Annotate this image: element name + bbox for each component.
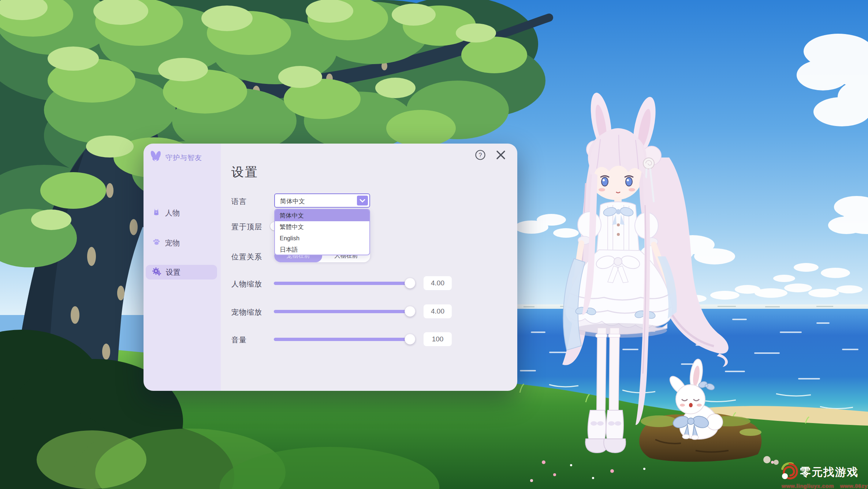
sidebar-item-pet[interactable]: 宠物 <box>144 235 221 251</box>
dropdown-option-japanese[interactable]: 日本語 <box>275 244 369 255</box>
bunny-logo-icon <box>149 150 163 166</box>
help-button[interactable]: ? <box>474 149 486 161</box>
character-scale-slider[interactable] <box>274 282 413 285</box>
question-mark-icon: ? <box>479 152 482 158</box>
language-select[interactable]: 简体中文 <box>274 193 370 208</box>
volume-label: 音量 <box>231 335 247 345</box>
volume-value[interactable]: 100 <box>424 332 452 346</box>
sidebar-item-label: 宠物 <box>165 238 180 248</box>
close-icon <box>495 149 507 161</box>
character-scale-value[interactable]: 4.00 <box>424 276 452 290</box>
sidebar-nav: 人物 宠物 <box>144 205 221 279</box>
character-outfit-icon <box>152 208 160 218</box>
close-button[interactable] <box>495 149 507 161</box>
page-title: 设置 <box>231 164 258 181</box>
language-dropdown: 简体中文 繁體中文 English 日本語 <box>274 209 370 255</box>
paw-icon <box>152 238 160 248</box>
pet-scale-label: 宠物缩放 <box>231 307 262 317</box>
settings-dialog: 守护与智友 人物 <box>144 144 517 391</box>
chevron-down-icon <box>357 196 368 205</box>
gear-icon <box>152 267 161 278</box>
slider-thumb[interactable] <box>405 306 416 317</box>
language-label: 语言 <box>231 197 247 207</box>
pet-scale-value[interactable]: 4.00 <box>424 304 452 318</box>
volume-slider[interactable] <box>274 338 413 341</box>
girl-shoes <box>585 410 626 453</box>
dropdown-option-simplified-chinese[interactable]: 简体中文 <box>275 210 369 221</box>
character-scale-label: 人物缩放 <box>231 279 262 289</box>
slider-thumb[interactable] <box>405 278 416 289</box>
sidebar-item-settings[interactable]: 设置 <box>146 265 217 279</box>
slider-thumb[interactable] <box>405 334 416 345</box>
language-select-value: 简体中文 <box>280 197 305 205</box>
volume-row: 音量 100 <box>221 332 517 347</box>
sidebar-item-label: 人物 <box>165 208 180 218</box>
app-title: 守护与智友 <box>165 153 202 163</box>
sidebar-item-character[interactable]: 人物 <box>144 205 221 221</box>
pet-scale-row: 宠物缩放 4.00 <box>221 304 517 319</box>
position-label: 位置关系 <box>231 252 262 262</box>
always-on-top-label: 置于顶层 <box>231 222 262 232</box>
app-logo-row: 守护与智友 <box>149 150 202 166</box>
settings-main-panel: ? 设置 语言 简体中文 置于顶层 位置关系 宠物在前 <box>221 144 517 391</box>
dropdown-option-traditional-chinese[interactable]: 繁體中文 <box>275 221 369 233</box>
sidebar-item-label: 设置 <box>166 267 180 277</box>
dropdown-option-english[interactable]: English <box>275 233 369 244</box>
pet-scale-slider[interactable] <box>274 310 413 313</box>
character-scale-row: 人物缩放 4.00 <box>221 276 517 290</box>
sidebar: 守护与智友 人物 <box>144 144 221 391</box>
